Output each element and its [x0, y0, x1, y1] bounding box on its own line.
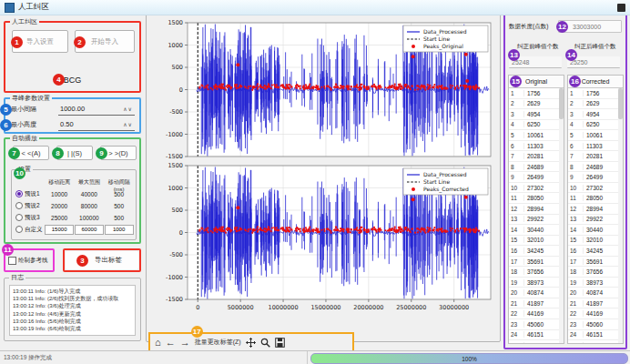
- table-row[interactable]: 1735691: [568, 257, 618, 268]
- zoom-icon[interactable]: [260, 338, 270, 348]
- corrected-table-scrollbar[interactable]: [618, 88, 623, 343]
- preset-radio[interactable]: [15, 190, 23, 197]
- preset-row-预设2[interactable]: 预设22000080000500: [15, 200, 134, 211]
- table-row[interactable]: 1532010: [568, 236, 618, 247]
- table-row[interactable]: 1329922: [568, 215, 618, 226]
- row-value: 37656: [524, 268, 559, 275]
- table-row[interactable]: 2244169: [509, 308, 559, 319]
- corrected-header-text: Corrected: [582, 78, 610, 85]
- spinner-arrows-icon[interactable]: ∧∨: [123, 121, 135, 127]
- table-row[interactable]: 824689: [568, 162, 618, 173]
- start-import-button[interactable]: 2 开始导入: [75, 30, 135, 53]
- table-row[interactable]: 510061: [568, 130, 618, 141]
- table-row[interactable]: 1128050: [568, 193, 618, 204]
- min-height-spinner[interactable]: 0.50 ∧∨: [58, 118, 135, 131]
- batch-edit-label[interactable]: 17 批量更改标签(Z): [195, 338, 241, 347]
- table-row[interactable]: 1938973: [509, 278, 559, 288]
- table-row[interactable]: 926499: [509, 172, 559, 183]
- table-row[interactable]: 611303: [509, 141, 559, 152]
- table-row[interactable]: 2141897: [509, 298, 559, 309]
- svg-text:500: 500: [172, 207, 183, 214]
- table-row[interactable]: 2546995: [568, 340, 618, 343]
- table-row[interactable]: 1634245: [509, 246, 559, 257]
- table-row[interactable]: 46250: [568, 120, 618, 131]
- min-height-value[interactable]: 0.50: [58, 120, 123, 128]
- import-settings-button[interactable]: 1 导入设置: [12, 30, 68, 53]
- corrected-peaks-table[interactable]: 16 Corrected 117562262934954462505100616…: [567, 75, 624, 344]
- table-row[interactable]: 2040874: [568, 288, 618, 298]
- table-row[interactable]: 2546995: [509, 340, 559, 343]
- table-row[interactable]: 1634245: [568, 246, 618, 257]
- table-row[interactable]: 1938973: [568, 278, 618, 288]
- table-row[interactable]: 11756: [568, 88, 618, 99]
- row-value: 26499: [584, 174, 618, 180]
- custom-value-input[interactable]: [75, 225, 104, 235]
- table-row[interactable]: 1735691: [509, 257, 559, 268]
- table-row[interactable]: 1430440: [568, 225, 618, 236]
- custom-value-input[interactable]: [45, 225, 74, 235]
- row-value: 1756: [524, 90, 559, 96]
- preset-row-预设1[interactable]: 预设11000040000500: [15, 188, 134, 199]
- table-row[interactable]: 1837656: [509, 267, 559, 278]
- export-labels-button[interactable]: 3 导出标签: [66, 251, 138, 269]
- original-table-body[interactable]: 1175622629349544625051006161130372028182…: [509, 88, 564, 343]
- pan-icon[interactable]: [246, 338, 256, 348]
- table-row[interactable]: 720281: [568, 151, 618, 162]
- original-table-scrollbar[interactable]: [559, 88, 564, 343]
- custom-value-input[interactable]: [105, 225, 134, 235]
- home-icon[interactable]: ⌂: [155, 338, 161, 348]
- rewind-button[interactable]: 7 < <(A): [13, 146, 49, 160]
- table-row[interactable]: 2141897: [568, 298, 618, 309]
- preset-row-自定义[interactable]: 自定义: [15, 224, 134, 235]
- table-row[interactable]: 1837656: [568, 267, 618, 278]
- table-row[interactable]: 510061: [509, 130, 559, 141]
- forward-button[interactable]: 9 > >(D): [100, 146, 137, 160]
- table-row[interactable]: 1228994: [509, 204, 559, 215]
- corrected-table-body[interactable]: 1175622629349544625051006161130372028182…: [568, 88, 623, 343]
- row-value: 28050: [524, 195, 559, 201]
- table-row[interactable]: 2345060: [568, 319, 618, 330]
- table-row[interactable]: 34954: [568, 109, 618, 120]
- back-icon[interactable]: ←: [166, 338, 176, 348]
- log-textarea[interactable]: 13:00:11 Info: (1/6)导入完成13:00:11 Info: (…: [9, 285, 136, 336]
- table-row[interactable]: 824689: [509, 162, 559, 173]
- table-row[interactable]: 720281: [509, 151, 559, 162]
- table-row[interactable]: 34954: [509, 109, 559, 120]
- table-row[interactable]: 1532010: [509, 236, 559, 247]
- svg-text:-1500: -1500: [166, 153, 183, 160]
- table-row[interactable]: 2345060: [509, 319, 559, 330]
- preset-radio[interactable]: [15, 226, 23, 233]
- table-row[interactable]: 46250: [509, 120, 559, 131]
- table-row[interactable]: 11756: [509, 88, 559, 99]
- pause-label: | |(S): [67, 149, 82, 157]
- signal-plots[interactable]: -1500-1000-500050010001500Data_Processed…: [147, 17, 499, 330]
- min-interval-value[interactable]: 1000.00: [58, 105, 123, 113]
- table-row[interactable]: 22629: [568, 99, 618, 110]
- preset-radio[interactable]: [15, 202, 23, 209]
- table-row[interactable]: 1128050: [509, 193, 559, 204]
- pause-button[interactable]: 8 | |(S): [56, 146, 93, 160]
- table-row[interactable]: 1329922: [509, 215, 559, 226]
- table-row[interactable]: 1027302: [509, 183, 559, 194]
- table-row[interactable]: 611303: [568, 141, 618, 152]
- table-row[interactable]: 926499: [568, 172, 618, 183]
- spinner-arrows-icon[interactable]: ∧∨: [123, 106, 135, 112]
- table-row[interactable]: 2446151: [509, 330, 559, 341]
- table-row[interactable]: 1027302: [568, 183, 618, 194]
- row-value: 29922: [524, 216, 559, 222]
- preset-row-预设3[interactable]: 预设325000100000500: [15, 212, 134, 223]
- table-row[interactable]: 1228994: [568, 204, 618, 215]
- table-row[interactable]: 2244169: [568, 308, 618, 319]
- table-row[interactable]: 2040874: [509, 288, 559, 298]
- preset-radio[interactable]: [15, 214, 23, 221]
- reference-line-checkbox[interactable]: [8, 257, 16, 265]
- save-icon[interactable]: [275, 338, 285, 348]
- table-row[interactable]: 2446151: [568, 330, 618, 341]
- table-row[interactable]: 22629: [509, 99, 559, 110]
- annotation-badge-14: 14: [565, 49, 577, 61]
- table-row[interactable]: 1430440: [509, 225, 559, 236]
- window-control-icon[interactable]: [617, 4, 625, 12]
- forward-icon[interactable]: →: [180, 338, 190, 348]
- original-peaks-table[interactable]: 15 Original 1175622629349544625051006161…: [508, 75, 564, 344]
- min-interval-spinner[interactable]: 1000.00 ∧∨: [58, 103, 135, 116]
